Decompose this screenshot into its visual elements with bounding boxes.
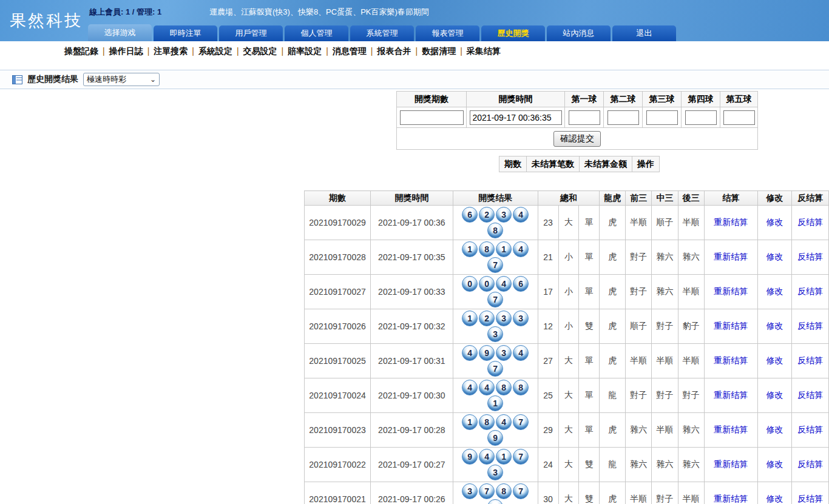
reverse-settle-link[interactable]: 反结算 — [797, 425, 823, 434]
tab-1[interactable]: 选择游戏 — [88, 24, 152, 41]
period-cell: 202109170026 — [305, 309, 371, 344]
submenu-item-5[interactable]: 交易設定 — [243, 46, 277, 56]
submit-button[interactable]: 確認提交 — [553, 131, 601, 147]
resettle-link[interactable]: 重新结算 — [714, 425, 748, 434]
draw-time-input[interactable] — [470, 110, 562, 125]
search-input-cell — [397, 107, 467, 128]
submenu-item-6[interactable]: 賠率設定 — [288, 46, 322, 56]
submenu-item-7[interactable]: 消息管理 — [333, 46, 367, 56]
table-row: 2021091700212021-09-17 00:263787530大雙虎半順… — [305, 482, 829, 504]
draw-time-cell: 2021-09-17 00:28 — [371, 413, 453, 448]
tab-3[interactable]: 用戶管理 — [219, 25, 283, 41]
tab-4[interactable]: 個人管理 — [285, 25, 348, 41]
reverse-settle-link[interactable]: 反结算 — [797, 286, 823, 296]
search-input-cell — [565, 107, 604, 128]
front-three-cell: 半順 — [626, 344, 652, 378]
reverse-settle-link[interactable]: 反结算 — [797, 217, 823, 227]
modify-cell: 修改 — [757, 482, 791, 504]
lottery-ball: 1 — [496, 241, 512, 257]
lottery-type-select[interactable]: 極速時時彩 ⌄ — [83, 73, 160, 86]
front-three-cell: 對子 — [626, 240, 652, 275]
dragon-tiger-cell: 龍 — [600, 448, 626, 482]
reverse-settle-link[interactable]: 反结算 — [797, 459, 823, 469]
resettle-link[interactable]: 重新结算 — [714, 390, 748, 400]
back-three-cell: 半順 — [678, 344, 704, 378]
parity-cell: 單 — [579, 344, 600, 378]
ball-4-input[interactable] — [685, 110, 717, 125]
table-row: 2021091700262021-09-17 00:321233312小雙虎順子… — [305, 309, 829, 344]
reverse-settle-link[interactable]: 反结算 — [797, 252, 823, 261]
settle-cell: 重新结算 — [704, 448, 757, 482]
reverse-settle-link[interactable]: 反结算 — [797, 355, 823, 365]
submenu-item-8[interactable]: 报表合并 — [377, 46, 411, 56]
tab-8[interactable]: 站內消息 — [547, 25, 611, 41]
submenu-item-10[interactable]: 采集结算 — [467, 46, 501, 56]
tab-5[interactable]: 系統管理 — [350, 25, 414, 41]
resettle-link[interactable]: 重新结算 — [714, 252, 748, 261]
modify-cell: 修改 — [757, 344, 791, 378]
page-root: 果然科技 線上會員: 1 / 管理: 1 運農場、江蘇骰寶(快3)、快樂8、PC… — [0, 0, 829, 504]
back-three-cell: 半順 — [678, 275, 704, 309]
ball-3-input[interactable] — [646, 110, 678, 125]
search-input-cell — [720, 107, 758, 128]
resettle-link[interactable]: 重新结算 — [714, 494, 748, 503]
table-layout-icon — [12, 75, 22, 84]
middle-three-cell: 雜六 — [652, 275, 678, 309]
lottery-ball: 3 — [513, 311, 529, 326]
tab-6[interactable]: 報表管理 — [416, 25, 479, 41]
tab-2[interactable]: 即時注單 — [154, 25, 217, 41]
submenu-item-1[interactable]: 操盤記錄 — [64, 46, 98, 56]
parity-cell: 單 — [579, 275, 600, 309]
modify-link[interactable]: 修改 — [766, 252, 783, 261]
lottery-ball: 0 — [479, 276, 495, 292]
ball-2-input[interactable] — [607, 110, 639, 125]
resettle-link[interactable]: 重新结算 — [714, 217, 748, 227]
nav-tabs: 选择游戏即時注單用戶管理個人管理系統管理報表管理歷史開獎站內消息退出 — [88, 24, 676, 41]
reverse-cell: 反结算 — [792, 482, 829, 504]
submenu-separator: | — [282, 46, 284, 56]
submenu-item-2[interactable]: 操作日誌 — [109, 46, 143, 56]
back-three-cell: 豹子 — [678, 309, 704, 344]
submenu-separator: | — [371, 46, 373, 56]
modify-link[interactable]: 修改 — [766, 459, 783, 469]
lottery-ball: 0 — [462, 276, 478, 292]
modify-link[interactable]: 修改 — [766, 425, 783, 434]
settle-cell: 重新结算 — [704, 482, 757, 504]
reverse-settle-link[interactable]: 反结算 — [797, 321, 823, 331]
resettle-link[interactable]: 重新结算 — [714, 355, 748, 365]
submenu-item-9[interactable]: 数据清理 — [422, 46, 456, 56]
submenu-item-4[interactable]: 系統設定 — [198, 46, 232, 56]
tab-7[interactable]: 歷史開獎 — [481, 25, 545, 41]
lottery-ball: 8 — [496, 380, 512, 395]
reverse-settle-link[interactable]: 反结算 — [797, 390, 823, 400]
lottery-ball: 4 — [513, 345, 529, 361]
resettle-link[interactable]: 重新结算 — [714, 459, 748, 469]
ball-5-input[interactable] — [723, 110, 755, 125]
settle-cell: 重新结算 — [704, 275, 757, 309]
reverse-cell: 反结算 — [792, 448, 829, 482]
resettle-link[interactable]: 重新结算 — [714, 286, 748, 296]
resettle-link[interactable]: 重新结算 — [714, 321, 748, 331]
modify-link[interactable]: 修改 — [766, 321, 783, 331]
lottery-ball: 4 — [462, 345, 478, 361]
search-submit-row: 確認提交 — [397, 128, 758, 150]
draw-time-cell: 2021-09-17 00:35 — [371, 240, 453, 275]
lottery-ball: 8 — [479, 414, 495, 430]
result-balls-cell: 94173 — [453, 448, 538, 482]
period-input[interactable] — [400, 110, 464, 125]
tab-9[interactable]: 退出 — [612, 25, 676, 41]
modify-link[interactable]: 修改 — [766, 217, 783, 227]
lottery-ball: 9 — [479, 345, 495, 361]
modify-link[interactable]: 修改 — [766, 494, 783, 503]
ball-1-input[interactable] — [569, 110, 600, 125]
modify-link[interactable]: 修改 — [766, 355, 783, 365]
submenu-item-3[interactable]: 注單搜索 — [154, 46, 188, 56]
sum-cell: 29 — [538, 413, 558, 448]
modify-link[interactable]: 修改 — [766, 390, 783, 400]
result-balls-cell: 00467 — [453, 275, 538, 309]
results-column-header-8: 後三 — [678, 191, 704, 206]
reverse-settle-link[interactable]: 反结算 — [797, 494, 823, 503]
modify-link[interactable]: 修改 — [766, 286, 783, 296]
summary-column-header-2: 未结算笔数 — [527, 156, 580, 172]
period-cell: 202109170028 — [305, 240, 371, 275]
